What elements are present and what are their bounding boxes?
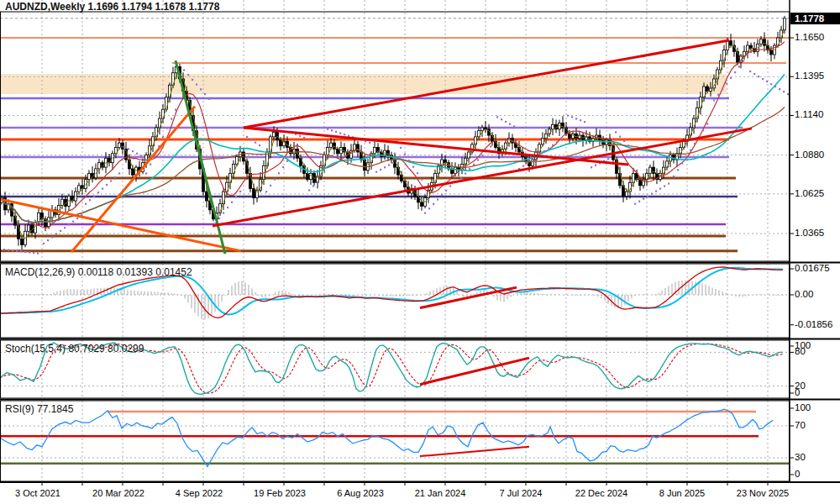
- sar-dot: [106, 184, 108, 186]
- sar-dot: [227, 207, 228, 208]
- sar-dot: [317, 181, 318, 183]
- sar-dot: [449, 185, 451, 186]
- sar-dot: [162, 136, 164, 138]
- sar-dot: [753, 73, 755, 75]
- sar-dot: [278, 172, 280, 174]
- sar-dot: [437, 198, 438, 200]
- price-axis-label: 1.0365: [795, 228, 824, 238]
- sar-dot: [713, 99, 715, 101]
- sar-dot: [118, 172, 120, 174]
- stoch-indicator-label: Stoch(15,5,4) 80.7029 80.0299: [5, 343, 144, 354]
- sar-dot: [312, 185, 314, 186]
- sar-dot: [323, 127, 324, 129]
- time-axis-label: 21 Jan 2024: [415, 488, 466, 498]
- symbol-title: AUDNZD,Weekly 1.1696 1.1794 1.1678 1.177…: [5, 1, 219, 13]
- rsi-indicator-label: RSI(9) 77.1845: [5, 403, 73, 415]
- time-axis-label: 8 Jun 2025: [659, 488, 705, 498]
- sar-dot: [758, 76, 759, 77]
- sar-dot: [513, 125, 515, 127]
- time-axis-label: 7 Jul 2024: [500, 488, 543, 498]
- sar-dot: [64, 227, 66, 228]
- sar-dot: [743, 60, 744, 62]
- sar-dot: [441, 194, 443, 196]
- sar-dot: [303, 137, 305, 139]
- sar-dot: [694, 143, 696, 144]
- sar-dot: [132, 150, 134, 152]
- sar-dot: [412, 166, 414, 168]
- sar-dot: [623, 140, 625, 142]
- sar-dot: [239, 191, 241, 192]
- sar-dot: [89, 199, 91, 201]
- sar-dot: [702, 129, 704, 131]
- time-axis-label: 23 Nov 2025: [737, 488, 789, 498]
- sar-dot: [460, 177, 462, 179]
- current-price-badge: 1.1778: [790, 13, 840, 24]
- sar-dot: [270, 185, 271, 186]
- chart-canvas[interactable]: [0, 0, 840, 504]
- sar-dot: [779, 88, 780, 90]
- sar-dot: [196, 84, 197, 86]
- sar-dot: [265, 191, 267, 192]
- symbol-name: AUDNZD,Weekly: [5, 1, 85, 13]
- sar-dot: [47, 239, 49, 241]
- sar-dot: [774, 86, 776, 87]
- symbol-ohlc: 1.1696 1.1794 1.1678 1.1778: [85, 1, 219, 13]
- sar-dot: [651, 193, 653, 195]
- sar-dot: [619, 136, 621, 138]
- sar-dot: [522, 165, 524, 166]
- sar-dot: [110, 180, 112, 181]
- sar-dot: [681, 162, 683, 164]
- time-axis-label: 20 Mar 2022: [92, 488, 144, 498]
- sar-dot: [102, 188, 103, 190]
- panel-border: [1, 401, 790, 481]
- sar-dot: [55, 234, 57, 235]
- time-axis-label: 22 Dec 2024: [575, 488, 627, 498]
- rsi-axis-label: 30: [795, 452, 806, 462]
- sar-dot: [509, 123, 511, 125]
- sar-dot: [308, 189, 310, 191]
- macd-axis-label: 0.00: [795, 289, 813, 299]
- sar-dot: [567, 114, 569, 116]
- price-axis-label: 1.1650: [795, 32, 824, 42]
- sar-dot: [787, 93, 789, 95]
- sar-dot: [246, 136, 248, 138]
- macd-trendline: [420, 287, 517, 307]
- sar-dot: [717, 94, 719, 96]
- sar-dot: [505, 121, 507, 123]
- sar-dot: [685, 156, 687, 158]
- sar-dot: [29, 251, 30, 253]
- sar-dot: [770, 83, 772, 85]
- sar-dot: [659, 188, 661, 190]
- sar-dot: [51, 236, 53, 238]
- stoch-axis-label: 80: [795, 346, 806, 356]
- sar-dot: [749, 71, 751, 72]
- sar-dot: [730, 77, 732, 79]
- sar-dot: [673, 176, 675, 177]
- sar-dot: [274, 178, 276, 180]
- sar-dot: [690, 150, 691, 151]
- sar-dot: [12, 249, 13, 251]
- sar-dot: [766, 81, 768, 82]
- macd-axis-label: -0.01856: [795, 319, 832, 329]
- rsi-axis-label: 100: [795, 402, 811, 412]
- sar-dot: [783, 91, 785, 92]
- sar-dot: [433, 203, 434, 205]
- sar-dot: [706, 123, 708, 124]
- sar-dot: [611, 127, 612, 129]
- sar-dot: [335, 131, 337, 133]
- sar-dot: [408, 160, 410, 161]
- time-axis-label: 3 Oct 2021: [15, 488, 60, 498]
- macd-axis-label: 0.01675: [795, 263, 830, 273]
- price-axis-label: 1.1395: [795, 71, 824, 81]
- sar-dot: [286, 160, 288, 162]
- sar-dot: [477, 159, 479, 160]
- sar-dot: [404, 153, 406, 155]
- moving-average-line-3: [2, 29, 785, 239]
- time-axis-label: 6 Aug 2023: [337, 488, 384, 498]
- sar-dot: [647, 196, 648, 197]
- sar-dot: [20, 250, 22, 252]
- sar-dot: [556, 141, 558, 143]
- sar-dot: [595, 165, 596, 166]
- rsi-axis-label: 0: [795, 469, 800, 479]
- sar-dot: [259, 144, 260, 146]
